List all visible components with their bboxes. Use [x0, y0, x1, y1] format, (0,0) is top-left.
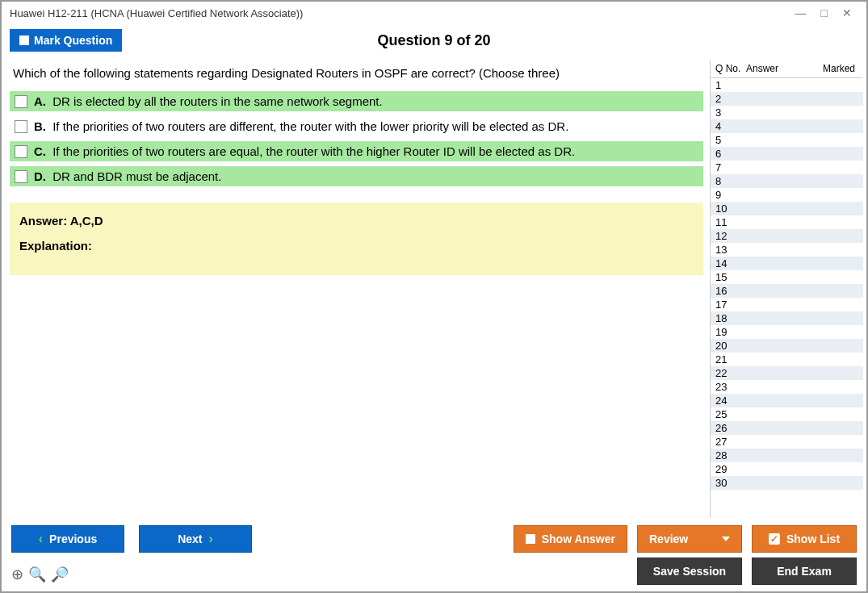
options-list: A. DR is elected by all the routers in t… — [10, 91, 703, 186]
show-answer-label: Show Answer — [542, 532, 615, 545]
answer-line: Answer: A,C,D — [19, 214, 694, 228]
nav-row-qno: 18 — [715, 312, 746, 324]
nav-row[interactable]: 18 — [711, 311, 863, 325]
next-button[interactable]: Next › — [139, 525, 252, 553]
nav-row[interactable]: 22 — [711, 366, 863, 380]
previous-label: Previous — [49, 532, 97, 545]
nav-row[interactable]: 28 — [711, 449, 863, 462]
triangle-down-icon — [722, 537, 730, 541]
nav-list[interactable]: 1234567891011121314151617181920212223242… — [711, 78, 863, 517]
nav-row-qno: 27 — [715, 436, 746, 448]
nav-row[interactable]: 29 — [711, 462, 863, 476]
nav-row[interactable]: 13 — [711, 243, 863, 257]
nav-row[interactable]: 15 — [711, 270, 863, 284]
option-text: D. DR and BDR must be adjacent. — [34, 169, 221, 183]
nav-row[interactable]: 12 — [711, 229, 863, 243]
nav-row[interactable]: 5 — [711, 133, 863, 147]
zoom-controls: ⊕ 🔍 🔎 — [11, 566, 69, 583]
nav-header: Q No. Answer Marked — [711, 60, 863, 78]
nav-row-qno: 7 — [715, 161, 746, 173]
nav-row[interactable]: 19 — [711, 325, 863, 339]
option-checkbox[interactable] — [15, 95, 27, 108]
nav-row-qno: 26 — [715, 422, 746, 434]
nav-row-qno: 11 — [715, 216, 746, 228]
stop-icon — [19, 35, 29, 45]
nav-col-marked: Marked — [795, 63, 858, 74]
nav-row-qno: 25 — [715, 408, 746, 420]
nav-row[interactable]: 2 — [711, 92, 863, 106]
option-c[interactable]: C. If the priorities of two routers are … — [10, 141, 703, 161]
maximize-icon[interactable]: □ — [821, 6, 828, 19]
nav-row[interactable]: 11 — [711, 215, 863, 229]
option-checkbox[interactable] — [15, 170, 27, 183]
next-label: Next — [178, 532, 202, 545]
nav-col-qno: Q No. — [715, 63, 746, 74]
nav-row[interactable]: 9 — [711, 188, 863, 202]
answer-box: Answer: A,C,D Explanation: — [10, 203, 703, 275]
nav-row-qno: 2 — [715, 93, 746, 105]
option-text: C. If the priorities of two routers are … — [34, 144, 575, 158]
nav-row[interactable]: 7 — [711, 161, 863, 174]
nav-row[interactable]: 21 — [711, 353, 863, 366]
review-button[interactable]: Review — [637, 525, 742, 553]
previous-button[interactable]: ‹ Previous — [11, 525, 124, 553]
option-d[interactable]: D. DR and BDR must be adjacent. — [10, 166, 703, 186]
nav-row-qno: 9 — [715, 189, 746, 201]
show-list-button[interactable]: ✓ Show List — [752, 525, 857, 553]
nav-row-qno: 24 — [715, 395, 746, 407]
chevron-right-icon: › — [209, 532, 213, 545]
mark-question-button[interactable]: Mark Question — [10, 29, 122, 52]
nav-row[interactable]: 6 — [711, 147, 863, 161]
minimize-icon[interactable]: — — [795, 6, 807, 19]
option-checkbox[interactable] — [15, 145, 27, 158]
nav-row-qno: 19 — [715, 326, 746, 338]
topbar: Mark Question Question 9 of 20 — [2, 24, 866, 60]
nav-row[interactable]: 23 — [711, 380, 863, 394]
window-title: Huawei H12-211 (HCNA (Huawei Certified N… — [10, 7, 303, 19]
nav-row[interactable]: 24 — [711, 394, 863, 407]
nav-row[interactable]: 14 — [711, 257, 863, 270]
nav-row-qno: 4 — [715, 120, 746, 132]
nav-row[interactable]: 8 — [711, 174, 863, 188]
question-nav-panel: Q No. Answer Marked 12345678910111213141… — [710, 60, 863, 517]
nav-row[interactable]: 26 — [711, 421, 863, 435]
check-icon: ✓ — [769, 533, 780, 545]
nav-row-qno: 16 — [715, 285, 746, 297]
question-counter: Question 9 of 20 — [377, 32, 490, 49]
nav-row-qno: 13 — [715, 244, 746, 256]
nav-row-qno: 20 — [715, 340, 746, 352]
nav-row[interactable]: 4 — [711, 119, 863, 133]
nav-row-qno: 8 — [715, 175, 746, 187]
close-icon[interactable]: ✕ — [842, 6, 852, 19]
nav-row-qno: 17 — [715, 299, 746, 311]
nav-row-qno: 6 — [715, 148, 746, 160]
nav-row-qno: 29 — [715, 463, 746, 475]
question-text: Which of the following statements regard… — [13, 66, 703, 80]
nav-row-qno: 5 — [715, 134, 746, 146]
option-b[interactable]: B. If the priorities of two routers are … — [10, 116, 703, 136]
option-checkbox[interactable] — [15, 120, 27, 133]
nav-row[interactable]: 3 — [711, 106, 863, 119]
zoom-out-icon[interactable]: 🔎 — [51, 566, 69, 583]
nav-row[interactable]: 20 — [711, 339, 863, 353]
nav-row-qno: 14 — [715, 257, 746, 269]
nav-row[interactable]: 1 — [711, 78, 863, 92]
nav-row-qno: 10 — [715, 203, 746, 215]
end-exam-button[interactable]: End Exam — [752, 558, 857, 585]
explanation-label: Explanation: — [19, 239, 694, 253]
zoom-fit-icon[interactable]: ⊕ — [11, 566, 23, 583]
nav-row-qno: 21 — [715, 353, 746, 365]
nav-row[interactable]: 25 — [711, 407, 863, 421]
zoom-in-icon[interactable]: 🔍 — [28, 566, 46, 583]
show-answer-button[interactable]: Show Answer — [514, 525, 627, 553]
nav-row[interactable]: 27 — [711, 435, 863, 449]
show-list-label: Show List — [786, 532, 840, 545]
nav-row[interactable]: 17 — [711, 298, 863, 311]
save-session-button[interactable]: Save Session — [637, 558, 742, 585]
nav-row[interactable]: 30 — [711, 476, 863, 490]
option-a[interactable]: A. DR is elected by all the routers in t… — [10, 91, 703, 111]
nav-row[interactable]: 10 — [711, 202, 863, 215]
question-panel: Which of the following statements regard… — [10, 60, 710, 517]
nav-row-qno: 15 — [715, 271, 746, 283]
nav-row[interactable]: 16 — [711, 284, 863, 298]
